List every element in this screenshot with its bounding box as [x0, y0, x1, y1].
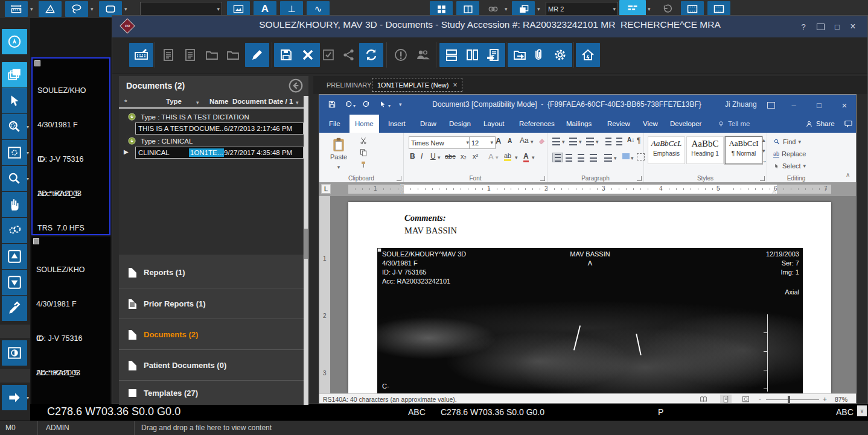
numbering-caret-icon[interactable]: ▾	[579, 139, 582, 145]
conference-icon[interactable]	[410, 43, 435, 67]
bullets-caret-icon[interactable]: ▾	[562, 139, 565, 145]
open-folder-alt-icon[interactable]	[221, 43, 245, 67]
shrink-font-button[interactable]: A	[508, 138, 512, 144]
window-level-box-icon[interactable]	[2, 140, 27, 165]
column-name[interactable]: Name	[209, 98, 228, 105]
tab-file[interactable]: File	[324, 115, 346, 133]
qat-touch-caret-icon[interactable]: ▾	[388, 103, 391, 109]
panel-scrollbar[interactable]	[304, 96, 308, 405]
font-color-button[interactable]: A	[523, 152, 529, 162]
viewport-1[interactable]: SOULEZ/KHO 4/30/1981 F ID: J-V 75316 Acc…	[31, 57, 110, 235]
share-icon[interactable]	[337, 43, 361, 67]
italic-button[interactable]: I	[421, 152, 423, 160]
change-case-button[interactable]: Aa	[520, 136, 529, 145]
find-button[interactable]: Find ▾	[773, 136, 801, 147]
tab-home[interactable]: Home	[349, 115, 379, 133]
scroll-down-button[interactable]: ∨	[857, 405, 867, 416]
section-patient-documents[interactable]: Patient Documents (0)	[119, 349, 304, 381]
ribbon-display-options-button[interactable]	[765, 100, 777, 110]
measure-ruler-icon[interactable]	[5, 1, 28, 17]
eyedropper-icon[interactable]	[2, 296, 27, 321]
qat-undo-icon[interactable]	[343, 100, 352, 109]
window-level-caret-icon[interactable]: ▾	[27, 150, 29, 156]
clipboard-dialog-launcher[interactable]	[397, 176, 401, 181]
line-spacing-button[interactable]	[604, 154, 612, 162]
column-type[interactable]: Type	[166, 98, 182, 105]
close-button[interactable]: ×	[846, 21, 860, 33]
word-report-icon[interactable]	[156, 43, 180, 67]
image-stack-icon[interactable]	[2, 62, 27, 87]
select-caret-icon[interactable]: ▾	[803, 164, 806, 169]
restore-button[interactable]	[814, 21, 827, 33]
pan-hand-icon[interactable]	[2, 192, 27, 217]
section-reports[interactable]: Reports (1)	[119, 257, 304, 288]
read-mode-button[interactable]	[700, 395, 707, 403]
maximize-button[interactable]: □	[831, 21, 844, 33]
mri-image[interactable]: SOULEZ/KHOURY^MAV 3D 4/30/1981 F ID: J-V…	[377, 248, 803, 393]
hanging-indent-marker[interactable]: △	[400, 189, 404, 195]
tab-developer[interactable]: Developer	[665, 115, 707, 133]
settings-gear-icon[interactable]	[548, 43, 572, 67]
group-row[interactable]: Type : CLINICAL	[126, 135, 304, 147]
bold-button[interactable]: B	[410, 152, 415, 160]
compass-icon[interactable]	[2, 29, 27, 54]
highlight-button[interactable]: ab	[504, 152, 511, 161]
send-export-icon[interactable]	[2, 385, 27, 410]
word-restore-button[interactable]: □	[813, 100, 825, 110]
line-spacing-caret-icon[interactable]: ▾	[614, 156, 617, 161]
page-down-icon[interactable]	[2, 270, 27, 295]
qat-redo-icon[interactable]	[363, 100, 371, 109]
subscript-button[interactable]: x₂	[461, 153, 467, 160]
style-normal[interactable]: AaBbCcI ¶ Normal	[725, 136, 762, 164]
copy-button[interactable]	[359, 148, 368, 157]
increase-indent-button[interactable]	[616, 138, 622, 145]
zoom-slider-thumb[interactable]	[788, 396, 790, 403]
bullets-button[interactable]	[552, 138, 560, 145]
tab-design[interactable]: Design	[444, 115, 476, 133]
zoom-slider[interactable]	[766, 399, 819, 400]
align-left-button[interactable]	[552, 153, 563, 162]
home-upload-icon[interactable]	[576, 43, 600, 67]
font-dialog-launcher[interactable]	[540, 176, 545, 181]
text-effects-button[interactable]: A	[488, 152, 494, 161]
collapse-panel-button[interactable]	[288, 78, 304, 94]
zoom-percent[interactable]: 87%	[835, 396, 847, 403]
justify-button[interactable]	[590, 154, 597, 162]
series-combo-caret-icon[interactable]: ▾	[613, 7, 616, 12]
expand-group-icon[interactable]	[127, 112, 136, 121]
scrollbar-thumb[interactable]	[304, 229, 308, 259]
tab-template[interactable]: 1ON1TEMPLATE (New) ×	[372, 78, 462, 92]
print-layout-button[interactable]	[720, 395, 732, 404]
tab-review[interactable]: Review	[602, 115, 636, 133]
attachment-icon[interactable]	[526, 43, 550, 67]
refresh-icon[interactable]	[359, 43, 383, 67]
right-indent-marker[interactable]: △	[772, 189, 776, 195]
document-row-selected[interactable]: CLINICAL 1ON1TE... 9/27/2017 4:35:48 PM	[135, 147, 304, 159]
highlight-caret-icon[interactable]: ▾	[515, 155, 518, 160]
share-button[interactable]: Share	[800, 115, 840, 133]
multilevel-caret-icon[interactable]: ▾	[596, 139, 599, 145]
dictation-keyboard-icon[interactable]	[129, 43, 153, 67]
qat-customize-icon[interactable]: ▾	[399, 102, 402, 107]
annotation-combo[interactable]: ▾	[140, 2, 222, 16]
tab-mailings[interactable]: Mailings	[561, 115, 597, 133]
tab-close-icon[interactable]: ×	[453, 81, 457, 89]
shading-caret-icon[interactable]: ▾	[631, 156, 634, 161]
annotation-combo-caret-icon[interactable]: ▾	[217, 7, 220, 12]
pointer-icon[interactable]	[2, 88, 27, 113]
column-date[interactable]: Document Date / 1	[232, 98, 293, 105]
sort-button[interactable]: A↓	[627, 136, 634, 143]
ps-title-bar[interactable]: PR SOULEZ/KHOURY, MAV 3D - Documents - S…	[112, 16, 867, 37]
layout-caret-icon[interactable]: ▾	[648, 7, 651, 12]
styles-scroll-down-icon[interactable]: ▾	[762, 148, 765, 154]
font-family-combo[interactable]: Times New▾	[409, 136, 471, 149]
zoom-actual-caret-icon[interactable]: ▾	[27, 124, 29, 130]
font-color-caret-icon[interactable]: ▾	[532, 155, 535, 160]
tab-insert[interactable]: Insert	[383, 115, 411, 133]
series-combo[interactable]: MR 2▾	[546, 2, 618, 16]
section-documents[interactable]: Documents (2)	[119, 319, 304, 350]
show-paragraph-marks-button[interactable]: ¶	[637, 136, 640, 145]
type-sort-caret-icon[interactable]: ▾	[196, 100, 199, 106]
underline-caret-icon[interactable]: ▾	[438, 155, 441, 160]
styles-scroll-up-icon[interactable]: ▴	[762, 138, 765, 143]
